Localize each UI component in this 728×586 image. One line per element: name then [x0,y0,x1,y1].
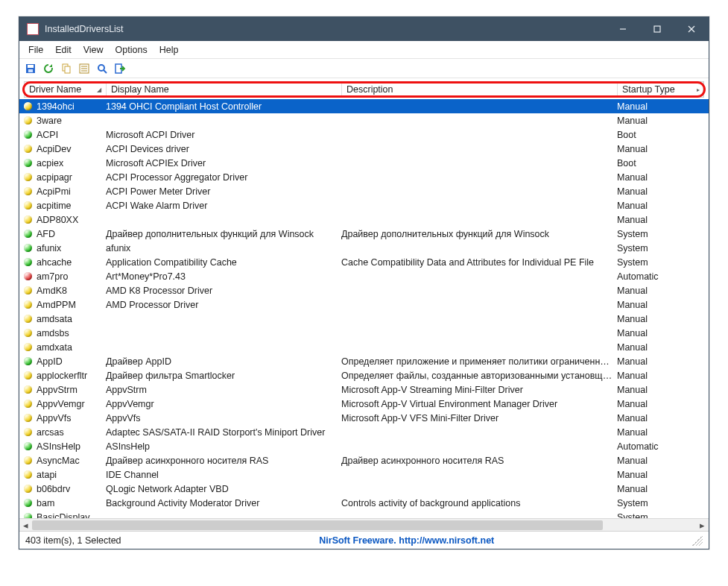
save-icon[interactable] [24,62,37,75]
table-row[interactable]: AFDДрайвер дополнительных функций для Wi… [19,227,709,241]
table-row[interactable]: 3wareManual [19,113,709,127]
table-row[interactable]: acpitimeACPI Wake Alarm DriverManual [19,198,709,212]
table-row[interactable]: AppIDДрайвер AppIDОпределяет приложение … [19,354,709,368]
credit-link[interactable]: NirSoft Freeware. http://www.nirsoft.net [319,535,494,546]
driver-name-cell: AmdPPM [37,300,76,310]
startup-type-cell: Manual [617,286,704,296]
column-header-driver-name[interactable]: Driver Name ◢ [25,82,107,97]
table-row[interactable]: AcpiPmiACPI Power Meter DriverManual [19,184,709,198]
startup-type-cell: Manual [617,456,704,466]
table-row[interactable]: acpipagrACPI Processor Aggregator Driver… [19,170,709,184]
table-row[interactable]: acpiexMicrosoft ACPIEx DriverBoot [19,156,709,170]
table-row[interactable]: bamBackground Activity Moderator DriverC… [19,496,709,510]
table-row[interactable]: amdsbsManual [19,326,709,340]
find-icon[interactable] [95,62,109,75]
status-dot-icon [24,300,32,309]
copy-icon[interactable] [60,62,73,75]
display-name-cell: QLogic Network Adapter VBD [106,484,341,494]
table-row[interactable]: atapiIDE ChannelManual [19,467,709,482]
table-row[interactable]: AmdPPMAMD Processor DriverManual [19,297,709,312]
table-row[interactable]: b06bdrvQLogic Network Adapter VBDManual [19,482,709,496]
startup-type-cell: Manual [617,371,704,381]
table-row[interactable]: afunixafunixSystem [19,241,709,255]
table-row[interactable]: ASInsHelpASInsHelpAutomatic [19,439,709,453]
scroll-track[interactable] [32,519,696,532]
status-dot-icon [24,470,32,479]
app-icon [27,23,39,35]
status-text: 403 item(s), 1 Selected [25,535,121,546]
table-row[interactable]: AcpiDevACPI Devices driverManual [19,142,709,156]
display-name-cell: AMD K8 Processor Driver [106,286,341,296]
menu-help[interactable]: Help [153,43,185,57]
minimize-button[interactable] [606,17,640,41]
status-dot-icon [24,485,32,493]
column-header-row: Driver Name ◢ Display Name Description S… [24,81,704,98]
menu-view[interactable]: View [77,43,110,57]
svg-rect-8 [65,66,70,73]
table-row[interactable]: amdxataManual [19,340,709,354]
table-row[interactable]: applockerfltrДрайвер фильтра Smartlocker… [19,368,709,382]
column-header-description[interactable]: Description [342,82,618,97]
driver-name-cell: b06bdrv [37,484,70,494]
table-row[interactable]: AppvVemgrAppvVemgrMicrosoft App-V Virtua… [19,397,709,411]
startup-type-cell: Manual [617,314,704,324]
table-row[interactable]: AppvStrmAppvStrmMicrosoft App-V Streamin… [19,382,709,397]
status-dot-icon [24,400,32,408]
status-dot-icon [24,130,32,139]
startup-type-cell: System [617,512,704,519]
status-dot-icon [24,286,32,294]
scroll-left-button[interactable]: ◂ [19,519,32,532]
properties-icon[interactable] [77,62,91,75]
table-row[interactable]: AmdK8AMD K8 Processor DriverManual [19,283,709,297]
status-dot-icon [24,442,32,450]
table-row[interactable]: am7proArt*Money*Pro7.43Automatic [19,269,709,283]
startup-type-cell: Manual [617,342,704,353]
table-row[interactable]: ADP80XXManual [19,212,709,227]
status-dot-icon [24,244,32,252]
driver-list[interactable]: 1394ohci1394 OHCI Compliant Host Control… [19,99,709,518]
close-button[interactable] [674,17,709,41]
display-name-cell: Background Activity Moderator Driver [106,498,341,508]
status-dot-icon [24,343,32,351]
table-row[interactable]: AsyncMacДрайвер асинхронного носителя RA… [19,453,709,467]
menu-options[interactable]: Options [110,43,153,57]
display-name-cell: Microsoft ACPIEx Driver [106,158,341,168]
svg-rect-5 [28,65,34,68]
driver-name-cell: amdsbs [37,328,69,338]
scroll-right-button[interactable]: ▸ [696,519,709,532]
scroll-thumb[interactable] [32,520,603,530]
display-name-cell: Драйвер асинхронного носителя RAS [106,456,341,466]
description-cell: Определяет приложение и применяет полити… [341,356,617,367]
column-header-startup-type[interactable]: Startup Type ▸ [618,82,703,97]
svg-point-13 [98,65,104,71]
titlebar[interactable]: InstalledDriversList [19,17,709,41]
startup-type-cell: Manual [617,385,704,395]
exit-icon[interactable] [113,62,127,75]
status-dot-icon [24,258,32,266]
horizontal-scrollbar[interactable]: ◂ ▸ [19,518,709,531]
column-header-display-name[interactable]: Display Name [107,82,342,97]
status-dot-icon [24,357,32,365]
driver-name-cell: applockerfltr [37,371,87,381]
startup-type-cell: Boot [617,130,704,140]
refresh-icon[interactable] [42,62,55,75]
driver-name-cell: atapi [37,470,57,480]
table-row[interactable]: amdsataManual [19,312,709,326]
startup-type-cell: Manual [617,470,704,480]
table-row[interactable]: arcsasAdaptec SAS/SATA-II RAID Storport'… [19,425,709,439]
status-dot-icon [24,145,32,153]
table-row[interactable]: BasicDisplaySystem [19,510,709,518]
table-row[interactable]: 1394ohci1394 OHCI Compliant Host Control… [19,99,709,113]
table-row[interactable]: AppvVfsAppvVfsMicrosoft App-V VFS Mini-F… [19,411,709,425]
startup-type-cell: Manual [617,484,704,494]
table-row[interactable]: ahcacheApplication Compatibility CacheCa… [19,255,709,269]
driver-name-cell: AppvVfs [37,413,72,423]
startup-type-cell: Manual [617,427,704,438]
menu-file[interactable]: File [22,43,49,57]
startup-type-cell: System [617,498,704,508]
startup-type-cell: Boot [617,158,704,168]
resize-grip-icon[interactable] [692,535,703,546]
menu-edit[interactable]: Edit [49,43,77,57]
table-row[interactable]: ACPIMicrosoft ACPI DriverBoot [19,127,709,142]
maximize-button[interactable] [640,17,674,41]
